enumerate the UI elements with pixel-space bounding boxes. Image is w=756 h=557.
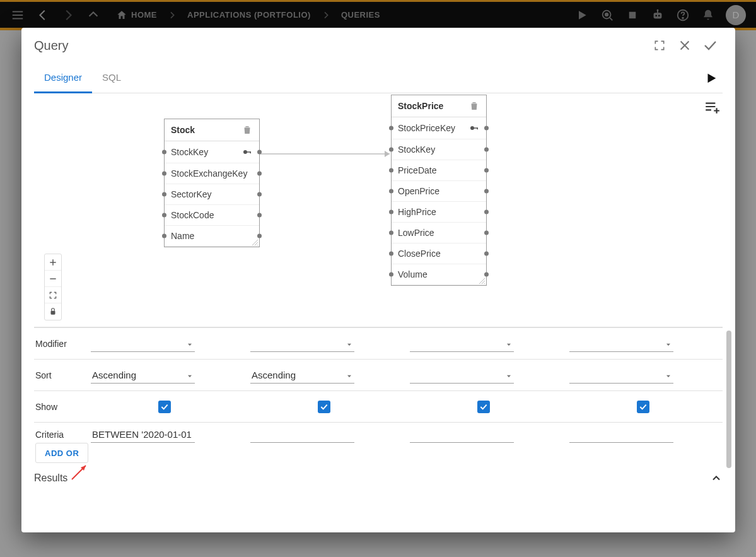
- field-label: StockKey: [171, 147, 208, 157]
- field-label: StockExchangeKey: [171, 168, 247, 179]
- modal-title: Query: [34, 38, 68, 53]
- grid-label-show: Show: [34, 402, 84, 412]
- criteria-input-3[interactable]: [569, 426, 673, 443]
- key-icon: [468, 122, 480, 134]
- table-field[interactable]: StockExchangeKey: [165, 163, 259, 184]
- designer-canvas[interactable]: Stock StockKey StockExchangeKey SectorKe…: [34, 93, 723, 327]
- add-table-button[interactable]: [704, 98, 720, 115]
- svg-rect-21: [250, 151, 252, 153]
- grid-label-criteria: Criteria: [34, 430, 84, 440]
- modal-header: Query: [21, 28, 735, 63]
- key-icon: [241, 146, 253, 158]
- table-field[interactable]: Name: [165, 226, 259, 247]
- zoom-out-button[interactable]: [45, 271, 61, 287]
- table-field[interactable]: SectorKey: [165, 184, 259, 205]
- field-label: Volume: [398, 269, 427, 279]
- grid-row-criteria: Criteria ADD OR: [34, 423, 723, 467]
- show-checkbox-0[interactable]: [158, 401, 171, 413]
- show-checkbox-1[interactable]: [318, 401, 330, 413]
- svg-marker-17: [708, 73, 716, 83]
- show-checkbox-3[interactable]: [637, 401, 649, 413]
- table-field[interactable]: ClosePrice: [392, 243, 486, 264]
- delete-table-icon[interactable]: [241, 124, 253, 136]
- field-label: LowPrice: [398, 228, 434, 238]
- field-label: OpenPrice: [398, 186, 439, 196]
- show-checkbox-2[interactable]: [477, 401, 490, 413]
- zoom-fit-button[interactable]: [45, 287, 61, 303]
- table-field[interactable]: StockCode: [165, 205, 259, 226]
- field-label: StockPriceKey: [398, 123, 455, 133]
- sort-select-1[interactable]: [250, 367, 354, 384]
- tab-label: SQL: [102, 72, 121, 83]
- grid-label-modifier: Modifier: [34, 339, 84, 349]
- grid-row-sort: Sort: [34, 360, 723, 391]
- modifier-select-3[interactable]: [569, 336, 673, 352]
- sort-select-3[interactable]: [569, 367, 673, 384]
- table-field[interactable]: Volume: [392, 264, 486, 285]
- field-label: HighPrice: [398, 207, 436, 217]
- table-field[interactable]: PriceDate: [392, 160, 486, 181]
- fullscreen-icon[interactable]: [647, 33, 672, 58]
- sort-select-0[interactable]: [91, 367, 195, 384]
- table-field[interactable]: StockPriceKey: [392, 117, 486, 139]
- field-label: Name: [171, 231, 194, 241]
- table-field[interactable]: StockKey: [165, 141, 259, 163]
- zoom-tools: [44, 254, 62, 320]
- modifier-select-0[interactable]: [91, 336, 195, 352]
- svg-marker-18: [385, 151, 390, 157]
- criteria-input-2[interactable]: [410, 426, 514, 443]
- field-label: StockKey: [398, 144, 435, 155]
- query-modal: Query Designer SQL Stock: [21, 28, 735, 532]
- table-stockprice[interactable]: StockPrice StockPriceKey StockKey PriceD…: [391, 95, 487, 286]
- field-label: PriceDate: [398, 165, 436, 175]
- svg-rect-24: [477, 127, 479, 129]
- tab-label: Designer: [44, 72, 82, 83]
- table-title: Stock: [171, 125, 195, 135]
- modifier-select-2[interactable]: [410, 336, 514, 352]
- add-or-button[interactable]: ADD OR: [35, 443, 88, 463]
- scrollbar-vertical[interactable]: [726, 331, 731, 468]
- field-label: SectorKey: [171, 189, 212, 199]
- grid-row-modifier: Modifier: [34, 328, 723, 360]
- tab-designer[interactable]: Designer: [34, 63, 92, 93]
- lock-icon[interactable]: [45, 303, 61, 320]
- add-or-label: ADD OR: [45, 449, 79, 458]
- grid-label-sort: Sort: [34, 370, 84, 380]
- table-field[interactable]: HighPrice: [392, 202, 486, 223]
- criteria-input-1[interactable]: [250, 426, 354, 443]
- confirm-icon[interactable]: [697, 33, 723, 58]
- svg-rect-28: [51, 311, 55, 315]
- query-grid: Modifier Sort Show: [34, 327, 723, 467]
- zoom-in-button[interactable]: [45, 254, 61, 271]
- resize-handle-icon[interactable]: [477, 276, 485, 284]
- resize-handle-icon[interactable]: [250, 238, 258, 245]
- field-label: StockCode: [171, 210, 214, 220]
- grid-row-show: Show: [34, 391, 723, 423]
- field-label: ClosePrice: [398, 249, 441, 259]
- expand-results-icon[interactable]: [710, 472, 723, 484]
- table-field[interactable]: StockKey: [392, 139, 486, 160]
- tab-sql[interactable]: SQL: [92, 63, 131, 93]
- svg-point-22: [470, 126, 474, 130]
- close-icon[interactable]: [672, 33, 697, 58]
- modifier-select-1[interactable]: [250, 336, 354, 352]
- delete-table-icon[interactable]: [468, 100, 480, 112]
- table-stock[interactable]: Stock StockKey StockExchangeKey SectorKe…: [164, 119, 260, 247]
- sort-select-2[interactable]: [410, 367, 514, 384]
- table-field[interactable]: OpenPrice: [392, 181, 486, 202]
- results-panel-header[interactable]: Results: [34, 472, 723, 484]
- svg-point-19: [243, 150, 247, 154]
- table-field[interactable]: LowPrice: [392, 223, 486, 243]
- table-title: StockPrice: [398, 101, 443, 111]
- tabs: Designer SQL: [34, 63, 723, 93]
- results-label: Results: [34, 472, 67, 484]
- criteria-input-0[interactable]: [91, 426, 195, 443]
- run-query-button[interactable]: [700, 67, 723, 90]
